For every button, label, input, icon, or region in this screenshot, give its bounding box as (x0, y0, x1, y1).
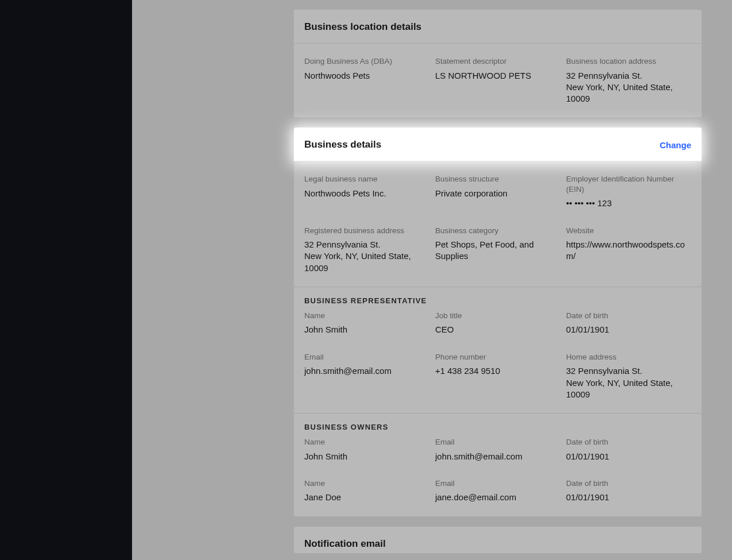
field-label: Phone number (435, 352, 560, 362)
section-title: BUSINESS OWNERS (304, 423, 691, 431)
field-label: Date of birth (566, 311, 691, 321)
field-rep-email: Email john.smith@email.com (304, 352, 429, 400)
field-label: Name (304, 311, 429, 321)
field-label: Date of birth (566, 478, 691, 489)
business-owners-section: BUSINESS OWNERS Name John Smith Email jo… (294, 413, 702, 516)
field-label: Name (304, 437, 429, 447)
address-line1: 32 Pennsylvania St. (304, 240, 381, 249)
section-title: BUSINESS REPRESENTATIVE (304, 296, 691, 305)
field-label: Home address (566, 352, 691, 362)
field-owner-email: Email john.smith@email.com (435, 437, 560, 462)
field-label: Business category (435, 226, 560, 236)
field-value: •• ••• ••• 123 (566, 198, 691, 209)
field-label: Name (304, 478, 429, 489)
field-value: jane.doe@email.com (435, 492, 560, 503)
field-value: Northwoods Pets Inc. (304, 188, 429, 199)
field-value: john.smith@email.com (435, 451, 560, 462)
field-value: 01/01/1901 (566, 324, 691, 335)
card-body: Legal business name Northwoods Pets Inc.… (294, 161, 702, 287)
change-button[interactable]: Change (660, 140, 691, 150)
card-title: Notification email (304, 538, 386, 550)
field-rep-phone: Phone number +1 438 234 9510 (435, 352, 560, 400)
card-body: Doing Business As (DBA) Northwoods Pets … (294, 44, 702, 117)
field-value: 01/01/1901 (566, 492, 691, 503)
field-registered-address: Registered business address 32 Pennsylva… (304, 226, 429, 274)
field-owner-name: Name John Smith (304, 437, 429, 462)
card-header: Notification email (294, 527, 702, 553)
field-dba: Doing Business As (DBA) Northwoods Pets (304, 56, 429, 105)
field-rep-job: Job title CEO (435, 311, 560, 336)
field-ein: Employer Identification Number (EIN) •• … (566, 174, 691, 209)
field-value: John Smith (304, 324, 429, 335)
field-owner-dob: Date of birth 01/01/1901 (566, 478, 691, 504)
owner-row: Name Jane Doe Email jane.doe@email.com D… (304, 478, 691, 504)
card-header-highlight: Business details Change (294, 128, 702, 161)
field-value: LS NORTHWOOD PETS (435, 70, 560, 82)
owner-row: Name John Smith Email john.smith@email.c… (304, 437, 691, 462)
address-line2: New York, NY, United State, 10009 (304, 251, 411, 272)
business-location-card: Business location details Doing Business… (293, 9, 702, 118)
field-label: Website (566, 226, 691, 236)
field-label: Doing Business As (DBA) (304, 56, 429, 67)
field-category: Business category Pet Shops, Pet Food, a… (435, 226, 560, 274)
field-value: john.smith@email.com (304, 365, 429, 377)
field-statement-descriptor: Statement descriptor LS NORTHWOOD PETS (435, 56, 560, 105)
field-value: https://www.northwoodspets.com/ (566, 239, 691, 262)
address-line1: 32 Pennsylvania St. (566, 366, 642, 376)
field-value: 32 Pennsylvania St. New York, NY, United… (304, 239, 429, 274)
field-label: Business structure (435, 174, 560, 184)
field-owner-name: Name Jane Doe (304, 478, 429, 504)
field-value: Northwoods Pets (304, 70, 429, 82)
field-value: Jane Doe (304, 492, 429, 503)
field-label: Job title (435, 311, 560, 321)
field-value: CEO (435, 324, 560, 335)
field-rep-dob: Date of birth 01/01/1901 (566, 311, 691, 336)
field-label: Legal business name (304, 174, 429, 184)
field-value: Private corporation (435, 188, 560, 199)
field-owner-dob: Date of birth 01/01/1901 (566, 437, 691, 462)
field-value: John Smith (304, 451, 429, 462)
field-label: Business location address (566, 56, 691, 67)
card-title: Business details (304, 139, 381, 150)
field-label: Employer Identification Number (EIN) (566, 174, 691, 194)
field-rep-home: Home address 32 Pennsylvania St. New Yor… (566, 352, 691, 400)
field-value: 01/01/1901 (566, 451, 691, 462)
field-value: +1 438 234 9510 (435, 365, 560, 377)
address-line2: New York, NY, United State, 10009 (566, 378, 673, 399)
field-value: 32 Pennsylvania St. New York, NY, United… (566, 70, 691, 105)
business-details-card: Business details Change Legal business n… (293, 127, 702, 516)
field-value: Pet Shops, Pet Food, and Supplies (435, 239, 560, 262)
field-label: Email (304, 352, 429, 362)
content-area: Business location details Doing Business… (132, 0, 732, 560)
business-representative-section: BUSINESS REPRESENTATIVE Name John Smith … (294, 287, 702, 413)
card-title: Business location details (304, 21, 421, 33)
field-owner-email: Email jane.doe@email.com (435, 478, 560, 504)
field-label: Email (435, 437, 560, 447)
field-label: Registered business address (304, 226, 429, 236)
field-value: 32 Pennsylvania St. New York, NY, United… (566, 365, 691, 400)
field-website: Website https://www.northwoodspets.com/ (566, 226, 691, 274)
field-label: Date of birth (566, 437, 691, 447)
field-legal-name: Legal business name Northwoods Pets Inc. (304, 174, 429, 209)
field-label: Email (435, 478, 560, 489)
field-label: Statement descriptor (435, 56, 560, 67)
notification-email-card: Notification email (293, 526, 702, 554)
card-header: Business location details (294, 10, 702, 44)
sidebar (0, 0, 132, 560)
address-line2: New York, NY, United State, 10009 (566, 82, 673, 103)
field-business-location-address: Business location address 32 Pennsylvani… (566, 56, 691, 105)
field-structure: Business structure Private corporation (435, 174, 560, 209)
address-line1: 32 Pennsylvania St. (566, 71, 642, 80)
field-rep-name: Name John Smith (304, 311, 429, 336)
